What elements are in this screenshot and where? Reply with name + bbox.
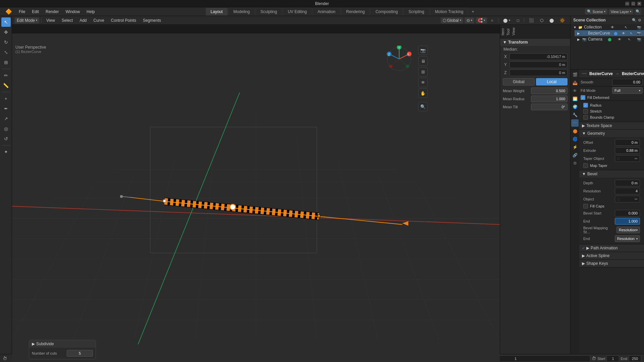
prop-particles-icon[interactable]: 🌀: [571, 135, 579, 143]
menu-help[interactable]: Help: [84, 9, 98, 15]
bevel-header[interactable]: ▼ Bevel: [579, 170, 644, 178]
ws-tab-add[interactable]: +: [469, 8, 477, 15]
xray-toggle[interactable]: □: [514, 17, 522, 23]
mean-tilt-value[interactable]: 0°: [531, 104, 568, 110]
top-view-btn[interactable]: ⊞: [418, 67, 428, 76]
camera-vis-render[interactable]: 📷: [637, 37, 641, 42]
zoom-btn[interactable]: 🔍: [418, 102, 428, 111]
camera-view-btn[interactable]: 📷: [418, 46, 428, 55]
camera-vis-eye[interactable]: 👁: [617, 37, 622, 42]
collection-vis-render[interactable]: 📷: [637, 25, 641, 29]
pivot-point[interactable]: ⊙ ▾: [465, 17, 474, 23]
geometry-header[interactable]: ▼ Geometry: [579, 130, 644, 137]
path-animation-checkbox-icon[interactable]: ✓: [582, 246, 585, 250]
tool-add-point[interactable]: +: [1, 94, 11, 103]
view-tab[interactable]: View: [511, 25, 516, 38]
menu-render[interactable]: Render: [43, 9, 61, 15]
engine-selector[interactable]: 🔍 Scene ▾: [585, 9, 607, 14]
curve-vis-render[interactable]: 📷: [637, 31, 641, 36]
stretch-checkbox[interactable]: [583, 109, 588, 114]
prop-physics-icon[interactable]: ⚡: [571, 143, 579, 151]
maximize-button[interactable]: □: [631, 2, 635, 6]
mode-selector[interactable]: Edit Mode ▾: [15, 17, 39, 23]
ws-tab-compositing[interactable]: Compositing: [370, 8, 403, 15]
transform-space[interactable]: ⬡ Global ▾: [441, 17, 463, 23]
tool-rotate[interactable]: ↻: [1, 38, 11, 47]
taper-object-value[interactable]: □ ✏: [615, 155, 640, 162]
timeline-icon[interactable]: ⏱: [3, 356, 7, 361]
ws-tab-sculpting[interactable]: Sculpting: [256, 8, 282, 15]
ws-tab-uv[interactable]: UV Editing: [283, 8, 312, 15]
tool-transform[interactable]: ⊞: [1, 58, 11, 67]
tool-draw[interactable]: ✒: [1, 104, 11, 113]
tool-move[interactable]: ✥: [1, 27, 11, 37]
ws-tab-motion[interactable]: Motion Tracking: [430, 8, 469, 15]
side-view-btn[interactable]: 👁: [418, 78, 428, 87]
path-animation-header[interactable]: ✓ ▶ Path Animation: [579, 244, 644, 252]
depth-value[interactable]: 0 m: [615, 180, 640, 186]
tool-tab[interactable]: Tool: [505, 25, 511, 38]
ws-tab-animation[interactable]: Animation: [313, 8, 340, 15]
prop-world-icon[interactable]: 🌍: [571, 103, 579, 111]
front-view-btn[interactable]: 🖥: [418, 56, 428, 66]
start-frame-input[interactable]: 1: [606, 355, 619, 362]
collection-vis-eye[interactable]: 👁: [610, 25, 615, 29]
render-view[interactable]: 🔆: [557, 17, 568, 23]
tool-tilt[interactable]: ↺: [1, 134, 11, 143]
mean-radius-value[interactable]: 1.000: [531, 96, 568, 102]
select-menu[interactable]: Select: [59, 17, 75, 23]
hand-tool[interactable]: ✋: [418, 88, 428, 98]
outliner-item-camera[interactable]: ▶ 📷 Camera ⬤ 👁 ↖ 📷: [575, 36, 644, 42]
texture-space-header[interactable]: ▶ Texture Space: [579, 122, 644, 129]
prop-data-name[interactable]: BezierCurve: [622, 71, 644, 76]
bounds-clamp-checkbox[interactable]: [583, 115, 588, 120]
subdivide-collapse-icon[interactable]: ▶: [32, 342, 35, 346]
transform-section-header[interactable]: ▼ Transform: [500, 39, 570, 46]
viewport-canvas[interactable]: User Perspective (1) BezierCurve X Y: [12, 34, 500, 362]
tool-annotate[interactable]: ✏: [1, 71, 11, 80]
scene-selector[interactable]: View Layer ▾: [609, 9, 633, 14]
bevel-mapping-start-select[interactable]: Resolution ▾: [616, 227, 640, 233]
fill-caps-checkbox[interactable]: [583, 204, 588, 208]
offset-value[interactable]: 0 m: [615, 139, 640, 146]
global-btn[interactable]: Global: [503, 78, 535, 85]
menu-edit[interactable]: Edit: [29, 9, 42, 15]
resolution-value[interactable]: 4: [615, 188, 640, 194]
collection-vis-cursor[interactable]: ↖: [624, 25, 628, 29]
tool-measure[interactable]: 📏: [1, 81, 11, 90]
ws-tab-rendering[interactable]: Rendering: [341, 8, 370, 15]
prop-view-icon[interactable]: 👁: [571, 87, 579, 95]
bevel-end-value[interactable]: 1.000: [615, 218, 640, 225]
tool-radius[interactable]: ◎: [1, 124, 11, 133]
proportional-edit[interactable]: ○: [488, 17, 496, 23]
end-frame-input[interactable]: 250: [629, 355, 641, 362]
mean-weight-value[interactable]: 0.500: [531, 87, 568, 94]
prop-object-name[interactable]: BezierCurve: [589, 71, 613, 76]
active-spline-header[interactable]: ▶ Active Spline: [579, 252, 644, 259]
prop-modifiers-icon[interactable]: ⚙: [571, 160, 579, 167]
segments-menu[interactable]: Segments: [140, 17, 164, 23]
prop-constraints-icon[interactable]: 🔗: [571, 152, 579, 159]
solid-view[interactable]: ⬛: [526, 17, 537, 23]
prop-output-icon[interactable]: 📤: [571, 79, 579, 86]
extrude-value[interactable]: 0.88 m: [615, 147, 640, 154]
map-taper-checkbox[interactable]: [583, 163, 588, 168]
curve-menu[interactable]: Curve: [91, 17, 107, 23]
outliner-item-collection[interactable]: ▼ 📁 Collection 👁 ↖ 📷: [571, 24, 644, 30]
z-input[interactable]: 0 m: [509, 69, 568, 76]
curve-vis-eye[interactable]: 👁: [621, 31, 626, 36]
wireframe-view[interactable]: ⬡: [537, 17, 546, 23]
fill-deformed-checkbox[interactable]: ✓: [581, 95, 585, 100]
close-button[interactable]: ✕: [637, 2, 641, 6]
shape-keys-header[interactable]: ▶ Shape Keys: [579, 260, 644, 267]
bevel-object-value[interactable]: □ ✏: [615, 196, 640, 202]
ws-tab-modeling[interactable]: Modeling: [228, 8, 255, 15]
tool-scale[interactable]: ⤡: [1, 48, 11, 57]
curve-vis-cursor[interactable]: ↖: [629, 31, 634, 36]
ws-tab-scripting[interactable]: Scripting: [404, 8, 429, 15]
cuts-value[interactable]: 5: [67, 350, 93, 357]
tool-cursor[interactable]: ↖: [1, 17, 11, 27]
tool-extrude[interactable]: ↗: [1, 114, 11, 123]
bevel-mapping-end-select[interactable]: Resolution ▾: [615, 235, 640, 242]
outliner-item-beziercurve[interactable]: ▶ 〰 BezierCurve ⬤ 👁 ↖ 📷: [575, 30, 644, 36]
